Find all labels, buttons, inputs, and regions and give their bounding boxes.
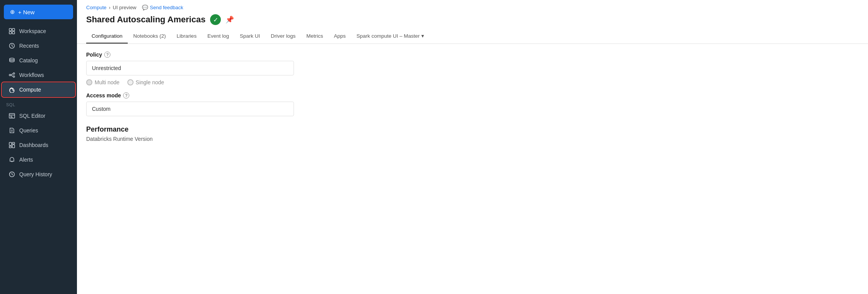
- svg-point-5: [10, 58, 14, 60]
- sql-section-label: SQL: [0, 97, 77, 109]
- tab-spark-ui[interactable]: Spark UI: [234, 29, 265, 43]
- policy-help-icon[interactable]: ?: [104, 52, 110, 58]
- tab-libraries[interactable]: Libraries: [171, 29, 202, 43]
- sidebar-item-alerts[interactable]: Alerts: [2, 153, 75, 167]
- multi-node-radio-circle: [86, 79, 92, 85]
- svg-rect-19: [12, 145, 15, 148]
- svg-rect-2: [9, 32, 12, 34]
- catalog-icon: [8, 57, 15, 64]
- sidebar-item-queries[interactable]: Queries: [2, 124, 75, 137]
- sidebar-item-dashboards-label: Dashboards: [19, 142, 48, 148]
- sidebar-item-workspace[interactable]: Workspace: [2, 24, 75, 38]
- breadcrumb-separator: ›: [109, 5, 110, 10]
- breadcrumb: Compute › UI preview 💬 Send feedback: [77, 0, 868, 12]
- sidebar-item-dashboards[interactable]: Dashboards: [2, 138, 75, 152]
- sql-editor-icon: [8, 112, 15, 119]
- new-button[interactable]: ⊕ + New: [4, 5, 73, 19]
- svg-rect-1: [12, 28, 15, 31]
- tab-notebooks[interactable]: Notebooks (2): [128, 29, 171, 43]
- sidebar-item-query-history[interactable]: Query History: [2, 167, 75, 181]
- single-node-radio-circle: [127, 79, 134, 85]
- svg-line-9: [11, 74, 13, 75]
- pin-icon: 📌: [225, 15, 234, 24]
- single-node-label: Single node: [136, 79, 164, 85]
- access-mode-help-icon[interactable]: ?: [123, 92, 129, 99]
- page-title: Shared Autoscaling Americas: [86, 15, 205, 25]
- sidebar-item-query-history-label: Query History: [19, 171, 52, 177]
- configuration-content: Policy ? Unrestricted Multi node Single …: [77, 44, 868, 294]
- main-content: Compute › UI preview 💬 Send feedback Sha…: [77, 0, 868, 294]
- sidebar-item-workspace-label: Workspace: [19, 28, 46, 34]
- node-type-radio-group: Multi node Single node: [86, 79, 859, 85]
- sidebar-item-alerts-label: Alerts: [19, 157, 33, 163]
- sidebar-item-workflows-label: Workflows: [19, 72, 44, 78]
- tab-event-log[interactable]: Event log: [202, 29, 234, 43]
- sidebar-item-queries-label: Queries: [19, 127, 38, 134]
- plus-icon: ⊕: [10, 8, 15, 15]
- access-mode-label-row: Access mode ?: [86, 92, 859, 99]
- breadcrumb-current: UI preview: [113, 5, 136, 10]
- tab-spark-compute[interactable]: Spark compute UI – Master ▾: [351, 29, 429, 43]
- status-badge: ✓: [210, 14, 221, 25]
- sidebar-item-compute-label: Compute: [19, 87, 41, 93]
- policy-label: Policy: [86, 52, 102, 58]
- performance-section-title: Performance: [86, 125, 859, 134]
- svg-rect-3: [12, 32, 15, 34]
- sidebar-item-sql-editor[interactable]: SQL Editor: [2, 109, 75, 123]
- dashboards-icon: [8, 142, 15, 149]
- svg-rect-20: [9, 146, 12, 148]
- multi-node-radio[interactable]: Multi node: [86, 79, 120, 85]
- tab-driver-logs[interactable]: Driver logs: [265, 29, 301, 43]
- svg-point-6: [9, 74, 11, 76]
- single-node-radio[interactable]: Single node: [127, 79, 164, 85]
- workspace-icon: [8, 28, 15, 35]
- sidebar-item-workflows[interactable]: Workflows: [2, 68, 75, 82]
- query-history-icon: [8, 171, 15, 178]
- sidebar-item-recents[interactable]: Recents: [2, 39, 75, 53]
- page-header: Shared Autoscaling Americas ✓ 📌: [77, 12, 868, 25]
- alerts-icon: [8, 156, 15, 163]
- tab-configuration[interactable]: Configuration: [86, 29, 128, 43]
- clock-icon: [8, 42, 15, 49]
- runtime-version-label: Databricks Runtime Version: [86, 136, 859, 142]
- svg-point-8: [13, 76, 15, 77]
- compute-icon: [8, 86, 15, 93]
- svg-rect-18: [12, 142, 15, 144]
- workflows-icon: [8, 72, 15, 79]
- policy-label-row: Policy ?: [86, 52, 859, 58]
- svg-point-7: [13, 73, 15, 74]
- policy-value: Unrestricted: [86, 61, 294, 75]
- access-mode-value: Custom: [86, 102, 294, 116]
- tab-apps[interactable]: Apps: [329, 29, 351, 43]
- send-feedback-button[interactable]: 💬 Send feedback: [142, 5, 184, 10]
- tab-metrics[interactable]: Metrics: [301, 29, 329, 43]
- access-mode-label: Access mode: [86, 92, 121, 99]
- svg-rect-17: [9, 142, 12, 145]
- multi-node-label: Multi node: [95, 79, 120, 85]
- sidebar-item-sql-editor-label: SQL Editor: [19, 113, 45, 119]
- breadcrumb-parent-link[interactable]: Compute: [86, 5, 107, 10]
- queries-icon: [8, 127, 15, 134]
- svg-rect-0: [9, 28, 12, 31]
- send-feedback-label: Send feedback: [150, 5, 184, 10]
- sidebar-item-recents-label: Recents: [19, 43, 39, 49]
- tabs-bar: Configuration Notebooks (2) Libraries Ev…: [77, 29, 868, 44]
- sidebar: ⊕ + New Workspace Recents: [0, 0, 77, 294]
- sidebar-item-catalog-label: Catalog: [19, 57, 38, 63]
- sidebar-item-catalog[interactable]: Catalog: [2, 53, 75, 67]
- svg-line-10: [11, 75, 13, 76]
- feedback-icon: 💬: [142, 5, 148, 10]
- sidebar-item-compute[interactable]: Compute: [2, 83, 75, 97]
